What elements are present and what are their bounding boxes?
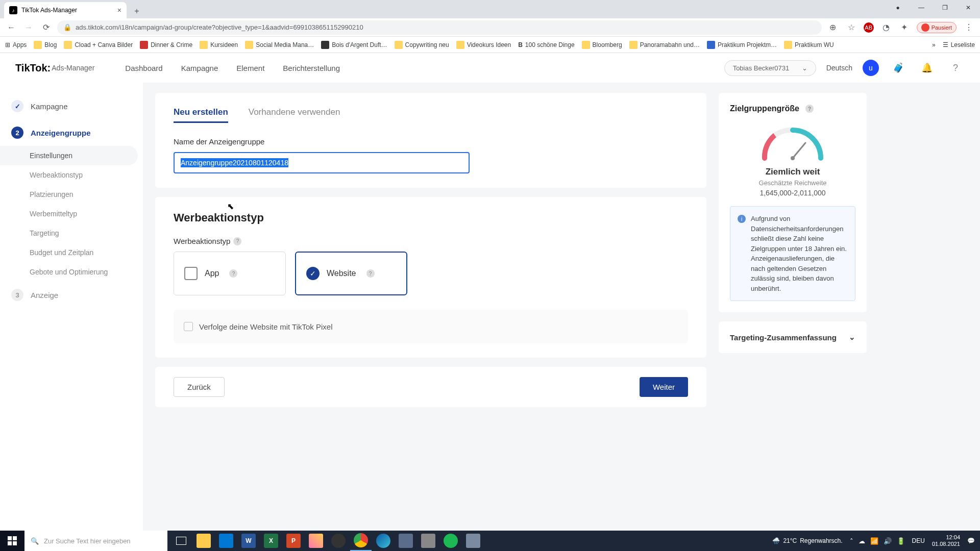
tab-close-icon[interactable]: × [117,6,121,14]
bookmark-item[interactable]: Praktikum Projektm… [707,41,777,49]
powerpoint-icon[interactable]: P [283,531,304,551]
option-website[interactable]: ✓ Website ? [295,252,407,295]
step-adgroup[interactable]: 2 Anzeigengruppe [0,119,143,146]
battery-icon[interactable]: 🔋 [897,537,905,545]
start-button[interactable] [0,531,24,551]
substep-settings[interactable]: Einstellungen [0,146,138,165]
folder-icon [629,41,638,49]
help-icon[interactable]: ? [946,59,965,77]
nav-forward-icon[interactable]: → [22,21,35,34]
app-icon[interactable] [305,531,327,551]
business-center-icon[interactable]: 🧳 [889,59,908,77]
substep-budget[interactable]: Budget und Zeitplan [0,243,143,262]
ext-gray-icon[interactable]: ◔ [880,21,892,34]
bookmarks-more-icon[interactable]: » [932,41,936,48]
app-icon[interactable] [395,531,416,551]
nav-campaign[interactable]: Kampagne [181,64,218,72]
onedrive-icon[interactable]: ☁ [859,537,865,545]
language-label[interactable]: Deutsch [826,64,852,72]
tiktok-logo[interactable]: TikTok: Ads-Manager [15,62,94,74]
taskbar-clock[interactable]: 12:04 01.08.2021 [932,534,960,547]
nav-reporting[interactable]: Berichterstellung [283,64,340,72]
bookmark-item[interactable]: Kursideen [200,41,238,49]
app-icon[interactable] [418,531,439,551]
bookmark-apps[interactable]: ⊞Apps [5,41,27,48]
user-avatar[interactable]: u [863,60,879,76]
nav-element[interactable]: Element [236,64,264,72]
app-icon[interactable] [462,531,484,551]
minimize-button[interactable]: — [910,0,933,15]
file-explorer-icon[interactable] [193,531,214,551]
substep-bidding[interactable]: Gebote und Optimierung [0,262,143,282]
option-app[interactable]: App ? [174,252,286,295]
tab-use-existing[interactable]: Vorhandene verwenden [249,107,340,123]
help-tooltip-icon[interactable]: ? [366,269,375,278]
url-input[interactable]: 🔒 ads.tiktok.com/i18n/campaign/ad-group/… [57,20,822,35]
adblock-icon[interactable]: AB [864,22,874,33]
task-view-icon[interactable] [170,531,192,551]
bookmark-star-icon[interactable]: ☆ [845,21,857,34]
weather-widget[interactable]: 🌧️ 21°C Regenwahrsch. [772,537,842,544]
substep-placements[interactable]: Platzierungen [0,185,143,204]
extensions-puzzle-icon[interactable]: ✦ [898,21,911,34]
reading-list-button[interactable]: ☰Leseliste [943,41,975,48]
bookmark-item[interactable]: B100 schöne Dinge [518,41,574,48]
nav-reload-icon[interactable]: ⟳ [40,21,52,34]
new-tab-button[interactable]: + [130,4,144,18]
system-tray[interactable]: ˄ ☁ 📶 🔊 🔋 [850,537,905,545]
word-icon[interactable]: W [238,531,259,551]
bookmark-item[interactable]: Blog [34,41,57,49]
nav-back-icon[interactable]: ← [5,21,17,34]
close-window-button[interactable]: ✕ [957,0,980,15]
substep-targeting[interactable]: Targeting [0,223,143,243]
step-campaign[interactable]: ✓ Kampagne [0,93,143,119]
bookmark-item[interactable]: Bois d'Argent Duft… [321,41,387,49]
back-button[interactable]: Zurück [174,377,225,397]
account-selector[interactable]: Tobias Becker0731 ⌄ [724,60,816,76]
obs-icon[interactable] [328,531,349,551]
wifi-icon[interactable]: 📶 [870,537,878,545]
targeting-summary-toggle[interactable]: Targeting-Zusammenfassung ⌄ [730,333,855,342]
notifications-icon[interactable]: 🔔 [918,59,936,77]
help-tooltip-icon[interactable]: ? [229,269,237,278]
spotify-icon[interactable] [440,531,461,551]
bookmark-item[interactable]: Cload + Canva Bilder [64,41,133,49]
chrome-account-icon[interactable]: ● [886,0,910,15]
browser-tabs-bar: ♪ TikTok Ads-Manager × + ● — ❐ ✕ [0,0,980,18]
info-text: Aufgrund von Datensicherheitsanforderung… [751,214,848,293]
help-tooltip-icon[interactable]: ? [805,105,814,113]
taskbar-search[interactable]: 🔍 Zur Suche Text hier eingeben [24,531,167,551]
bookmark-item[interactable]: Dinner & Crime [140,41,192,49]
zoom-icon[interactable]: ⊕ [827,21,839,34]
pixel-checkbox[interactable] [184,322,193,331]
bookmark-item[interactable]: Social Media Mana… [245,41,314,49]
maximize-button[interactable]: ❐ [933,0,957,15]
edge-icon[interactable] [373,531,394,551]
chrome-menu-icon[interactable]: ⋮ [963,21,975,34]
chrome-icon[interactable] [350,531,372,551]
excel-icon[interactable]: X [260,531,282,551]
step-ad[interactable]: 3 Anzeige [0,282,143,308]
svg-point-1 [791,156,795,160]
tab-new-create[interactable]: Neu erstellen [174,107,228,123]
volume-icon[interactable]: 🔊 [884,537,892,545]
substep-creative-type[interactable]: Werbemitteltyp [0,204,143,223]
next-button[interactable]: Weiter [640,377,688,397]
bookmark-item[interactable]: Copywriting neu [395,41,449,49]
svg-rect-2 [8,536,12,540]
targeting-summary-card[interactable]: Targeting-Zusammenfassung ⌄ [719,321,867,353]
notifications-tray-icon[interactable]: 💬 [967,537,975,544]
help-tooltip-icon[interactable]: ? [233,237,241,245]
bookmark-item[interactable]: Panoramabahn und… [629,41,700,49]
keyboard-lang[interactable]: DEU [912,537,925,544]
adgroup-name-input[interactable]: Anzeigengruppe20210801120418 [174,152,470,173]
bookmark-item[interactable]: Videokurs Ideen [456,41,511,49]
tray-chevron-icon[interactable]: ˄ [850,537,853,545]
nav-dashboard[interactable]: Dashboard [125,64,162,72]
mail-icon[interactable] [215,531,237,551]
profile-paused-badge[interactable]: Pausiert [917,22,957,33]
substep-promotype[interactable]: Werbeaktionstyp [0,165,143,185]
browser-tab[interactable]: ♪ TikTok Ads-Manager × [4,2,127,18]
bookmark-item[interactable]: Bloomberg [582,41,622,49]
bookmark-item[interactable]: Praktikum WU [784,41,834,49]
